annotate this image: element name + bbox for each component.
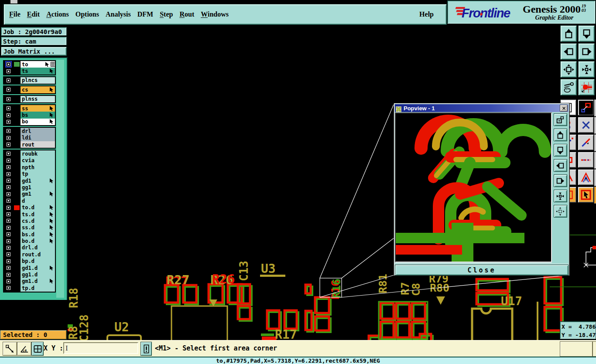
layer-row-tp.d[interactable]: tp.d	[4, 285, 55, 291]
layer-color-swatch[interactable]	[13, 218, 21, 224]
menu-item-actions[interactable]: Actions	[46, 10, 69, 18]
layer-row-ss.d[interactable]: ss.d	[4, 225, 55, 231]
layer-color-swatch[interactable]	[13, 238, 21, 244]
cutoff-toolbar-button[interactable]	[594, 117, 596, 134]
layer-row-bs.d[interactable]: bs.d	[4, 231, 55, 238]
layer-checkbox-cs[interactable]	[4, 86, 13, 93]
layer-row-d[interactable]: d	[4, 197, 55, 204]
layer-checkbox-bs.d[interactable]	[4, 231, 13, 238]
popview-pan-left-button[interactable]	[554, 159, 567, 172]
layer-color-swatch[interactable]	[13, 96, 21, 102]
layer-color-swatch[interactable]	[13, 191, 21, 197]
menu-item-windows[interactable]: Windows	[201, 10, 229, 18]
layer-checkbox-roubk[interactable]	[4, 150, 13, 157]
measure-angle-button[interactable]: α	[17, 342, 31, 356]
layer-color-swatch[interactable]	[13, 271, 21, 278]
menu-item-edit[interactable]: Edit	[27, 10, 40, 18]
layer-row-gd1.d[interactable]: gd1.d	[4, 265, 55, 271]
popview-pan-right-button[interactable]	[554, 174, 567, 187]
layer-color-swatch[interactable]	[13, 184, 21, 191]
layer-color-swatch[interactable]	[13, 86, 21, 93]
pan-right-button[interactable]	[578, 43, 595, 60]
layer-color-swatch[interactable]	[13, 157, 21, 164]
cutoff-toolbar-button[interactable]	[594, 99, 596, 116]
layer-color-swatch[interactable]	[13, 251, 21, 258]
line-diag-button[interactable]	[578, 134, 594, 150]
layer-color-swatch[interactable]	[13, 231, 21, 238]
cutoff-toolbar-button[interactable]	[594, 152, 596, 169]
layer-checkbox-drl[interactable]	[4, 128, 13, 134]
menu-item-file[interactable]: File	[9, 10, 21, 18]
layer-row-bo[interactable]: bo	[4, 119, 55, 125]
layer-color-swatch[interactable]	[13, 211, 21, 218]
layer-color-swatch[interactable]	[13, 225, 21, 231]
layer-row-rout.d[interactable]: rout.d	[4, 251, 55, 258]
measure-distance-button[interactable]	[3, 342, 17, 356]
layer-color-swatch[interactable]	[13, 164, 21, 170]
layer-row-to[interactable]: to	[4, 61, 55, 68]
layer-color-swatch[interactable]	[13, 197, 21, 204]
layer-checkbox-tp.d[interactable]	[4, 285, 13, 291]
layer-checkbox-ts.d[interactable]	[4, 211, 13, 218]
layer-checkbox-gd1[interactable]	[4, 177, 13, 184]
layer-row-rout[interactable]: rout	[4, 141, 55, 148]
layer-row-gd1[interactable]: gd1	[4, 177, 55, 184]
menu-item-options[interactable]: Options	[75, 10, 99, 18]
layer-checkbox-gd1.d[interactable]	[4, 265, 13, 271]
layer-row-gm1.d[interactable]: gm1.d	[4, 278, 55, 285]
alert-button[interactable]	[140, 342, 152, 356]
layer-row-bp.d[interactable]: bp.d	[4, 258, 55, 265]
menu-item-analysis[interactable]: Analysis	[106, 10, 131, 18]
layer-row-bo.d[interactable]: bo.d	[4, 238, 55, 244]
pan-up-button[interactable]	[560, 25, 577, 42]
layer-checkbox-bs[interactable]	[4, 112, 13, 118]
layer-color-swatch[interactable]	[13, 77, 21, 84]
popview-center-out-button[interactable]	[554, 205, 567, 218]
layer-checkbox-cvia[interactable]	[4, 157, 13, 164]
layer-color-swatch[interactable]	[13, 61, 21, 68]
delete-x-button[interactable]	[578, 117, 594, 133]
layer-checkbox-to[interactable]	[4, 61, 13, 68]
zoom-window-button[interactable]	[578, 99, 594, 116]
popview-titlebar[interactable]: Popview - 1	[395, 104, 569, 112]
layer-checkbox-gg1[interactable]	[4, 184, 13, 191]
pan-down-button[interactable]	[578, 25, 595, 42]
layer-color-swatch[interactable]	[13, 285, 21, 291]
layer-color-swatch[interactable]	[13, 258, 21, 265]
layer-color-swatch[interactable]	[13, 150, 21, 157]
layer-row-cs[interactable]: cs	[4, 86, 55, 93]
layer-color-swatch[interactable]	[13, 278, 21, 285]
layer-color-swatch[interactable]	[13, 141, 21, 148]
zoom-arrows-in-button[interactable]	[578, 61, 595, 78]
layer-checkbox-d[interactable]	[4, 197, 13, 204]
layer-row-roubk[interactable]: roubk	[4, 150, 55, 157]
layer-row-cs.d[interactable]: cs.d	[4, 218, 55, 224]
line-dashed-button[interactable]	[578, 152, 594, 168]
layer-checkbox-gm1.d[interactable]	[4, 278, 13, 285]
popview-pan-down-button[interactable]	[554, 144, 567, 156]
cursor-select-button[interactable]	[578, 187, 594, 203]
popview-pan-up-button[interactable]	[554, 129, 567, 141]
menu-item-step[interactable]: Step	[160, 10, 173, 18]
layer-checkbox-bo.d[interactable]	[4, 238, 13, 244]
pan-left-button[interactable]	[560, 43, 577, 60]
layer-color-swatch[interactable]	[13, 204, 21, 211]
grid-snap-button[interactable]	[31, 342, 44, 356]
layer-row-gg1.d[interactable]: gg1.d	[4, 271, 55, 278]
layer-checkbox-cs.d[interactable]	[4, 218, 13, 224]
layer-row-ts.d[interactable]: ts.d	[4, 211, 55, 218]
layer-color-swatch[interactable]	[13, 128, 21, 134]
popview-close-button[interactable]: Close	[395, 265, 569, 276]
layer-checkbox-ss.d[interactable]	[4, 225, 13, 231]
tools-button[interactable]	[560, 79, 577, 95]
layer-color-swatch[interactable]	[13, 135, 21, 141]
layer-color-swatch[interactable]	[13, 112, 21, 118]
layer-row-gm1[interactable]: gm1	[4, 191, 55, 197]
pad-origin-button[interactable]	[578, 79, 595, 95]
layer-row-cvia[interactable]: cvia	[4, 157, 55, 164]
cutoff-toolbar-button[interactable]	[594, 134, 596, 151]
layer-row-drl[interactable]: drl	[4, 128, 55, 134]
layer-checkbox-gm1[interactable]	[4, 191, 13, 197]
triangle-a-button[interactable]	[578, 169, 594, 185]
layer-row-ss[interactable]: ss	[4, 105, 55, 112]
